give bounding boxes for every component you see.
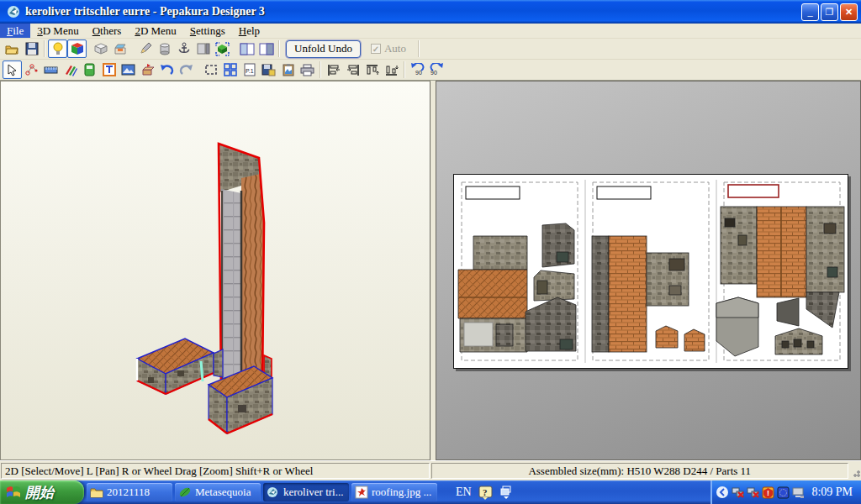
pattern-piece-gable-small[interactable] [542,223,574,267]
menu-3d[interactable]: 3D Menu [30,24,85,38]
zoom-area-button[interactable] [201,60,220,79]
pattern-piece-house-unfold[interactable] [458,236,527,352]
align-bottom-button[interactable] [382,60,401,79]
main-toolbar: Unfold Undo ✓ Auto [0,39,861,60]
status-bar: 2D [Select/Move] L [Pan] R or Wheel Drag… [0,460,861,480]
pattern-piece-wall-small[interactable] [534,270,574,301]
pattern-piece-chimney-1[interactable] [656,326,678,348]
pattern-piece-chimney-2[interactable] [684,329,705,351]
toolbar-separator [404,61,405,78]
copy-page-button[interactable] [278,60,298,79]
layout-3d-left-button[interactable] [237,39,256,58]
network-disconnected-icon[interactable] [732,486,744,499]
insert-text-button[interactable] [99,60,119,79]
export-button[interactable] [138,60,157,79]
booklet-icon [83,63,96,76]
measure-button[interactable] [41,60,61,79]
pattern-piece-house-gable[interactable] [775,328,822,354]
svg-text:90: 90 [415,70,422,76]
save-button[interactable] [22,39,41,58]
start-button[interactable]: 開始 [0,480,84,504]
open-folder-button[interactable] [3,39,22,58]
3d-model-view[interactable] [0,81,430,460]
window-title: keroliver tritschler eurre - Pepakura De… [25,5,800,18]
select-area-icon [204,63,218,76]
rotate-right-90-button[interactable]: 90 [427,60,446,79]
restore-button[interactable]: ❐ [821,3,838,21]
align-top-button[interactable] [362,60,382,79]
select-move-button[interactable] [3,60,22,79]
resize-grip[interactable] [849,461,861,480]
unfold-box-button[interactable] [111,39,130,58]
task-roofing-jpg[interactable]: roofing.jpg ... [351,483,437,501]
svg-text:P.1: P.1 [246,68,254,74]
align-right-button[interactable] [343,60,362,79]
export-box-icon [140,63,155,76]
toolbar-options-icon[interactable] [499,485,513,500]
menu-file[interactable]: File [0,24,30,38]
language-indicator[interactable]: EN [456,486,472,499]
close-button[interactable]: ✕ [840,3,858,21]
align-right-icon [346,64,360,76]
select-parts-button[interactable] [213,39,232,58]
task-label: roofing.jpg ... [372,486,431,499]
model-part-tower[interactable] [219,144,264,387]
svg-text:90: 90 [430,70,437,76]
edit-flaps-button[interactable] [22,60,41,79]
menu-help[interactable]: Help [232,24,267,38]
page-2-label-box[interactable] [597,186,651,199]
pattern-piece-dark-trapezoid[interactable] [777,298,799,326]
pencil-icon [139,42,152,55]
cylinder-button[interactable] [155,39,174,58]
security-alert-icon[interactable]: ! [762,486,774,499]
task-folder-20121118[interactable]: 20121118 [87,483,172,501]
network-disconnected-2-icon[interactable] [747,486,759,499]
layout-2d-right-button[interactable] [256,39,276,58]
page-3-label-box-selected[interactable] [728,185,779,197]
auto-checkbox[interactable]: ✓ [371,44,381,54]
help-tip-icon[interactable]: ? [478,486,493,500]
menu-others[interactable]: Others [86,24,129,38]
windows-logo-icon [5,484,22,501]
page-setup-button[interactable]: P.1 [240,60,259,79]
insert-image-button[interactable] [119,60,138,79]
redo-button[interactable] [177,60,196,79]
task-metasequoia[interactable]: Metasequoia [175,483,261,501]
tray-collapse-chevron-icon[interactable] [716,486,729,499]
minimize-button[interactable]: _ [801,3,819,21]
clock[interactable]: 8:09 PM [811,486,853,499]
selected-cube-icon [215,42,230,56]
menu-2d[interactable]: 2D Menu [128,24,182,38]
task-label: 20121118 [107,486,150,499]
2d-pattern-view[interactable] [436,81,861,460]
model-part-wall[interactable] [214,349,223,377]
booklet-button[interactable] [80,60,99,79]
save-icon [25,42,39,55]
edit-mode-button[interactable] [135,39,155,58]
auto-layout-button[interactable] [220,60,240,79]
display-settings-icon[interactable] [792,486,805,499]
menu-settings[interactable]: Settings [183,24,232,38]
application-tray-icon[interactable] [777,486,790,499]
page-1-label-box[interactable] [466,186,520,199]
split-view-button[interactable] [193,39,213,58]
rotate-left-90-button[interactable]: 90 [408,60,427,79]
unfold-flat-button[interactable] [92,39,111,58]
image-icon [121,64,135,76]
align-left-button[interactable] [324,60,343,79]
unfold-undo-button[interactable]: Unfold Undo [286,40,361,58]
pattern-piece-gray-hex[interactable] [716,297,758,356]
undo-button[interactable] [157,60,177,79]
anchor-icon [177,42,191,55]
edge-color-button[interactable] [61,60,80,79]
save-image-button[interactable] [259,60,278,79]
pattern-piece-gable-large[interactable] [526,297,576,351]
anchor-button[interactable] [174,39,193,58]
close-icon: ✕ [845,7,853,18]
toggle-light-button[interactable] [48,39,67,58]
print-button[interactable] [298,60,317,79]
toggle-texture-button[interactable] [67,39,87,58]
model-part-left-building[interactable] [137,339,214,394]
svg-text:!: ! [767,489,769,497]
task-pepakura-active[interactable]: keroliver tri... [263,483,349,501]
